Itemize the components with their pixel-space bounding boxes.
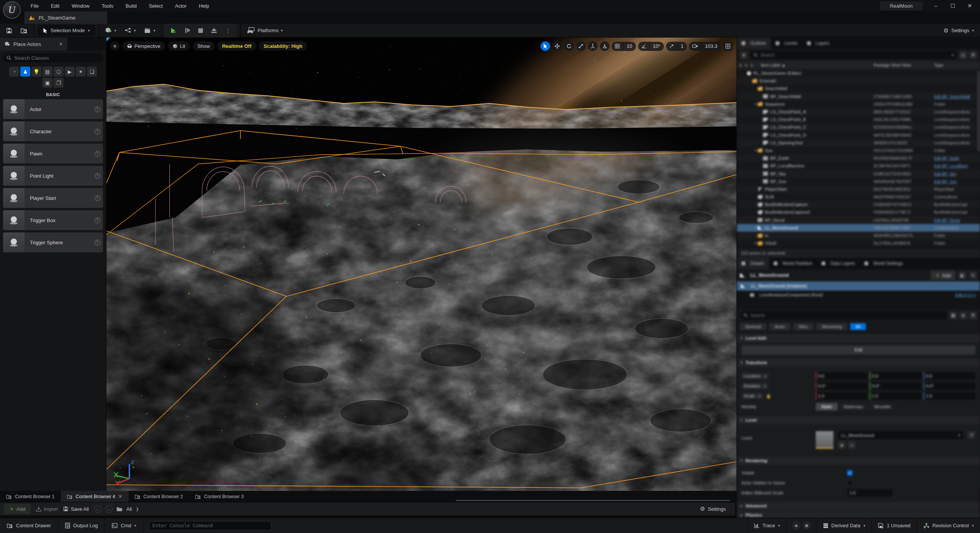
menu-item[interactable]: Window xyxy=(66,1,95,11)
menu-item[interactable]: File xyxy=(25,1,44,11)
hidden-in-game-checkbox[interactable] xyxy=(847,480,853,486)
row-type[interactable]: LevelSequenceActo xyxy=(934,141,980,145)
outliner-row[interactable]: LS_CheckPoint_C 5CG931K6V056BALL LevelSe… xyxy=(737,123,980,131)
transform-axis-dropdown[interactable]: Rotation▾ xyxy=(742,383,768,389)
tab-place-actors[interactable]: Place Actors ✕ xyxy=(0,38,67,51)
add-actor-dropdown[interactable]: ▾ xyxy=(103,26,119,35)
value-y[interactable]: 0.0° xyxy=(870,382,921,390)
browse-to-asset-button[interactable]: ◈ xyxy=(838,441,846,449)
outliner-row[interactable]: SLM NAGFR90EY636167 CameraActor xyxy=(737,193,980,201)
filter-chip[interactable]: Actor xyxy=(769,323,791,330)
details-extra-button-1[interactable]: ◧ xyxy=(959,271,966,279)
filter-chip[interactable]: General xyxy=(740,323,766,330)
level-viewport[interactable]: ≡ Perspective Lit Show Realtime Off Scal… xyxy=(106,38,737,491)
outliner-row[interactable]: LS_CheckPoint_D 66F5C3E65BF65843 LevelSe… xyxy=(737,131,980,139)
play-button[interactable] xyxy=(168,26,179,35)
value-x[interactable]: 0.0° xyxy=(816,382,867,390)
outliner-row[interactable]: ▾ Sequence 290EA7FF0AB1E3B8 Folder xyxy=(737,100,980,108)
tab-level-asset[interactable]: PL_SteamGame xyxy=(24,11,107,24)
scale-snap-control[interactable]: 1 xyxy=(666,42,687,51)
details-settings-button[interactable]: ⚙ xyxy=(969,312,977,319)
filter-chip[interactable]: All xyxy=(850,323,866,330)
unreal-logo-icon[interactable]: U xyxy=(3,1,21,19)
help-icon[interactable]: ? xyxy=(91,166,103,186)
value-x[interactable]: 1.0 xyxy=(816,392,867,400)
category-button[interactable]: ▣ xyxy=(42,78,52,88)
outliner-row[interactable]: BP_LocalBarriers 5C3MYR22AY10871 Edit BP… xyxy=(737,162,980,170)
section-level[interactable]: ▾Level xyxy=(737,415,980,424)
play-options-kebab[interactable]: ⋮ xyxy=(223,26,234,35)
category-button[interactable]: ✶ xyxy=(76,67,86,77)
forward-button[interactable]: → xyxy=(105,505,113,513)
row-type[interactable]: Folder xyxy=(934,241,980,245)
category-button[interactable]: ◔ xyxy=(9,67,19,77)
outliner-search-input[interactable]: Search ▾ xyxy=(750,51,957,59)
mobility-option[interactable]: Stationary xyxy=(838,403,869,410)
details-filter-button-2[interactable]: ▼ xyxy=(959,312,967,319)
details-tab[interactable]: Data Layers xyxy=(817,258,860,269)
outliner-row[interactable]: BP_Earth 9G330E59AAH33L7F Edit BP_Earth xyxy=(737,154,980,162)
filter-chip[interactable]: Streaming xyxy=(816,323,847,330)
scale-lock-icon[interactable]: 🔒 xyxy=(766,394,771,399)
cmd-dropdown[interactable]: Cmd▾ xyxy=(105,518,143,533)
details-tab[interactable]: World Settings xyxy=(860,258,908,269)
row-type[interactable]: LevelInstance xyxy=(934,226,980,230)
content-browser-settings[interactable]: ⚙Settings xyxy=(700,505,731,512)
filter-chip[interactable]: Misc xyxy=(794,323,813,330)
level-edit-button[interactable]: Edit xyxy=(742,345,975,355)
place-actor-item[interactable]: Actor ? xyxy=(3,99,103,119)
save-button[interactable] xyxy=(4,26,15,35)
editor-mode-dropdown[interactable]: Selection Mode ▾ xyxy=(38,25,95,36)
row-type[interactable]: Edit BP_Sun xyxy=(934,179,980,184)
help-icon[interactable]: ? xyxy=(91,99,103,119)
rotation-snap-control[interactable]: 10° xyxy=(638,42,664,51)
menu-item[interactable]: Select xyxy=(144,1,168,11)
help-icon[interactable]: ? xyxy=(91,144,103,163)
menu-item[interactable]: Build xyxy=(120,1,142,11)
outliner-tab[interactable]: Layers xyxy=(802,38,834,49)
browse-content-button[interactable] xyxy=(18,26,30,35)
category-button[interactable]: ♟ xyxy=(20,67,30,77)
category-button[interactable]: 💡 xyxy=(31,67,41,77)
mobility-option[interactable]: Movable xyxy=(869,403,897,410)
realtime-toggle[interactable]: Realtime Off xyxy=(217,41,256,51)
view-mode-dropdown[interactable]: Lit xyxy=(168,41,190,51)
insights-buttons[interactable]: ◉ ▣ xyxy=(786,518,817,533)
details-extra-button-2[interactable]: ✎ xyxy=(969,271,977,279)
revision-control-dropdown[interactable]: Revision Control▾ xyxy=(917,518,980,533)
row-type[interactable]: BoxReflectionCapt xyxy=(934,202,980,207)
column-item-label[interactable]: Item Label ▲ xyxy=(761,63,874,67)
place-actor-item[interactable]: Trigger Box ? xyxy=(3,210,103,230)
minimize-button[interactable]: – xyxy=(933,3,939,9)
transform-axis-dropdown[interactable]: Location▾ xyxy=(742,373,769,379)
output-log-button[interactable]: Output Log xyxy=(58,518,105,533)
viewport-options-menu[interactable]: ≡ xyxy=(110,41,119,51)
row-type[interactable]: LevelSequenceActo xyxy=(934,125,980,129)
perspective-dropdown[interactable]: Perspective xyxy=(122,41,165,51)
row-type[interactable]: Folder xyxy=(934,148,980,153)
row-type[interactable]: LevelSequenceActo xyxy=(934,110,980,114)
content-drawer-button[interactable]: Content Drawer xyxy=(0,518,58,533)
close-tab-icon[interactable]: ✕ xyxy=(118,494,122,499)
row-type[interactable]: BoxReflectionCapt xyxy=(934,210,980,214)
outliner-tab[interactable]: Outliner xyxy=(737,38,771,49)
category-button[interactable]: ▶ xyxy=(65,67,75,77)
unsaved-indicator[interactable]: 1 Unsaved xyxy=(871,518,916,533)
use-selected-asset-button[interactable]: ◇ xyxy=(848,441,856,449)
outliner-row[interactable]: BP_Sky 610BCAJT3VD1RE0 Edit BP_Sky xyxy=(737,170,980,177)
value-y[interactable]: 0.0 xyxy=(870,372,921,380)
content-browser-tab[interactable]: Content Browser 2 xyxy=(129,491,189,502)
row-type[interactable]: Folder xyxy=(934,233,980,238)
blueprints-dropdown[interactable]: ▾ xyxy=(122,26,138,34)
outliner-row[interactable]: LS_CheckPoint_B H30L30LX35LFN8BL LevelSe… xyxy=(737,116,980,123)
category-button[interactable]: ▤ xyxy=(42,67,52,77)
value-z[interactable]: 1.0 xyxy=(924,392,975,400)
grid-snap-control[interactable]: 10 xyxy=(612,42,635,51)
billboard-scale-input[interactable]: 1.0 xyxy=(847,489,892,497)
rotate-tool[interactable] xyxy=(564,41,574,51)
section-advanced[interactable]: ▸Advanced xyxy=(737,501,980,510)
section-transform[interactable]: ▾Transform xyxy=(737,358,980,367)
menu-item[interactable]: Actor xyxy=(170,1,192,11)
level-reset-button[interactable]: ↺ xyxy=(968,431,975,439)
details-tab[interactable]: Details xyxy=(737,258,769,269)
